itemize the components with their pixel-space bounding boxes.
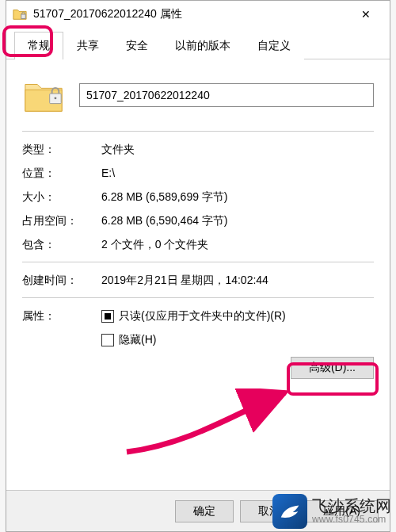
svg-point-2 [55,97,57,99]
divider [22,297,374,298]
tab-general[interactable]: 常规 [14,32,63,59]
value-location: E:\ [101,166,374,179]
dialog-footer: 确定 取消 应用(A) [6,490,390,531]
divider [22,131,374,132]
value-type: 文件夹 [101,143,374,157]
value-created: 2019年2月21日 星期四，14:02:44 [101,274,374,288]
tab-customize[interactable]: 自定义 [244,32,304,59]
hidden-checkbox[interactable]: 隐藏(H) [101,333,156,347]
label-contains: 包含： [22,238,101,252]
properties-dialog: 51707_20170622012240 属性 ✕ 常规 共享 安全 以前的版本… [6,0,390,532]
checkbox-indeterminate-icon [101,310,114,323]
cancel-button[interactable]: 取消 [240,500,299,522]
apply-button[interactable]: 应用(A) [305,500,379,522]
window-title: 51707_20170622012240 属性 [33,7,348,21]
close-button[interactable]: ✕ [348,3,383,25]
label-size: 大小： [22,190,101,205]
label-attributes: 属性： [22,309,101,323]
value-size-on-disk: 6.28 MB (6,590,464 字节) [101,214,374,228]
hidden-checkbox-label: 隐藏(H) [119,333,156,347]
titlebar: 51707_20170622012240 属性 ✕ [6,1,390,28]
folder-lock-icon [13,7,27,21]
label-type: 类型： [22,143,101,157]
svg-rect-0 [21,14,25,18]
folder-name-input[interactable] [79,83,374,107]
advanced-button[interactable]: 高级(D)... [291,357,374,379]
tab-security[interactable]: 安全 [112,32,162,59]
value-size: 6.28 MB (6,589,699 字节) [101,190,374,205]
tab-previous-versions[interactable]: 以前的版本 [162,32,244,59]
ok-button[interactable]: 确定 [175,500,234,522]
readonly-checkbox-label: 只读(仅应用于文件夹中的文件)(R) [119,309,286,323]
divider [22,262,374,262]
label-location: 位置： [22,166,101,181]
folder-lock-icon [22,74,65,117]
label-created: 创建时间： [22,274,101,288]
tab-sharing[interactable]: 共享 [63,32,112,59]
tab-general-panel: 类型：文件夹 位置：E:\ 大小：6.28 MB (6,589,699 字节) … [6,59,390,398]
label-size-on-disk: 占用空间： [22,214,101,228]
checkbox-empty-icon [101,334,114,346]
value-contains: 2 个文件，0 个文件夹 [101,238,374,252]
tabstrip: 常规 共享 安全 以前的版本 自定义 [6,31,390,59]
readonly-checkbox[interactable]: 只读(仅应用于文件夹中的文件)(R) [101,309,286,323]
